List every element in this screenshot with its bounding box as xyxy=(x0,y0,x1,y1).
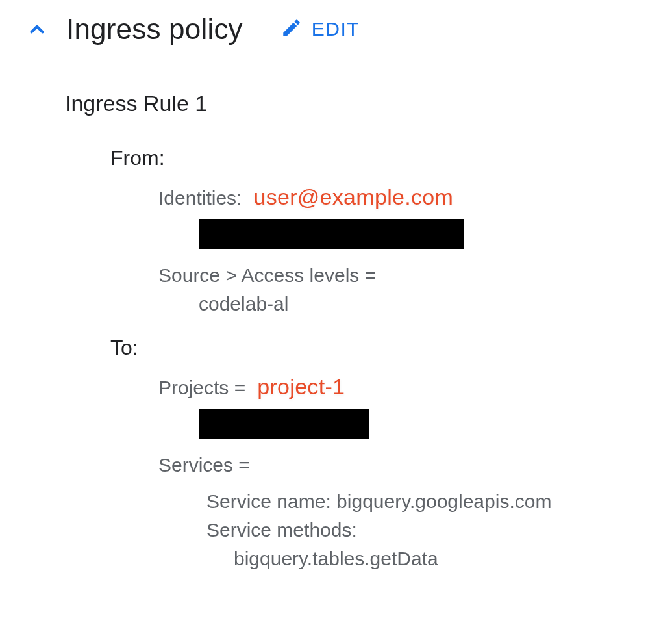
source-access-field: Source > Access levels = codelab-al xyxy=(110,264,646,315)
projects-value-redacted xyxy=(199,409,369,439)
projects-field: Projects = project-1 xyxy=(110,374,646,439)
identities-value-redacted xyxy=(199,219,464,249)
policy-title: Ingress policy xyxy=(66,13,243,45)
rule-title: Ingress Rule 1 xyxy=(65,91,646,116)
edit-label: EDIT xyxy=(312,18,360,40)
service-methods-label: Service methods: xyxy=(158,519,646,541)
identities-annotation: user@example.com xyxy=(253,185,453,210)
identities-label: Identities: xyxy=(158,187,242,209)
source-access-value: codelab-al xyxy=(158,293,646,315)
source-access-label: Source > Access levels = xyxy=(158,264,646,287)
from-section: From: Identities: user@example.com Sourc… xyxy=(65,146,646,315)
service-name-line: Service name: bigquery.googleapis.com xyxy=(158,491,646,513)
service-name-label: Service name: xyxy=(206,491,331,512)
services-label: Services = xyxy=(158,454,646,476)
to-section: To: Projects = project-1 Services = Serv… xyxy=(65,336,646,570)
projects-annotation: project-1 xyxy=(257,374,345,400)
from-label: From: xyxy=(110,146,646,170)
services-field: Services = Service name: bigquery.google… xyxy=(110,454,646,570)
identities-field: Identities: user@example.com xyxy=(110,185,646,249)
pencil-icon xyxy=(280,17,303,42)
chevron-up-icon[interactable] xyxy=(26,18,48,40)
service-method-value: bigquery.tables.getData xyxy=(158,548,646,570)
service-name-value: bigquery.googleapis.com xyxy=(336,491,551,512)
ingress-rule-block: Ingress Rule 1 From: Identities: user@ex… xyxy=(26,91,646,570)
projects-label: Projects = xyxy=(158,377,245,399)
to-label: To: xyxy=(110,336,646,360)
edit-button[interactable]: EDIT xyxy=(280,17,360,42)
policy-header: Ingress policy EDIT xyxy=(26,13,646,45)
